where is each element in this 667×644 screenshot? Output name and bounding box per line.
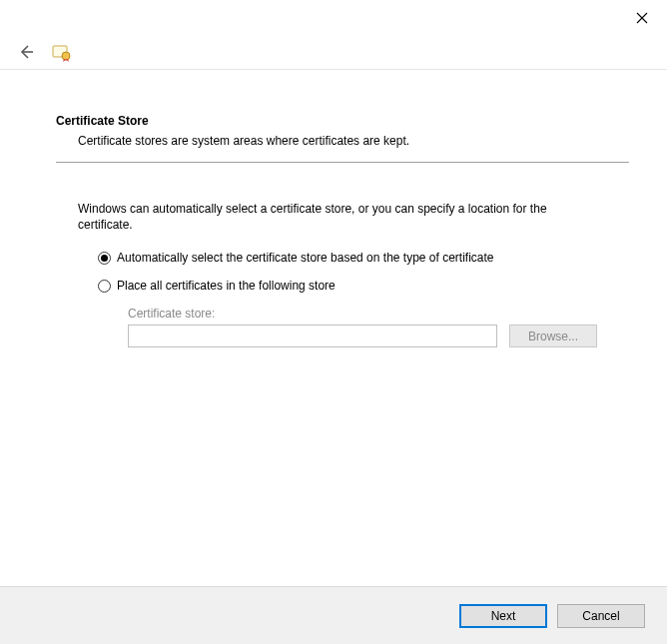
cancel-button[interactable]: Cancel xyxy=(557,604,645,628)
store-selection-radio-group: Automatically select the certificate sto… xyxy=(56,251,629,293)
radio-auto-label: Automatically select the certificate sto… xyxy=(117,251,494,265)
radio-button-icon xyxy=(98,252,111,265)
close-button[interactable] xyxy=(627,6,657,30)
browse-button: Browse... xyxy=(509,324,597,347)
back-button[interactable] xyxy=(14,40,38,64)
intro-text: Windows can automatically select a certi… xyxy=(56,201,595,233)
certificate-store-label: Certificate store: xyxy=(128,307,629,321)
back-arrow-icon xyxy=(17,43,35,61)
radio-auto-select[interactable]: Automatically select the certificate sto… xyxy=(98,251,629,265)
certificate-store-block: Certificate store: Browse... xyxy=(56,307,629,347)
certificate-store-input xyxy=(128,324,497,347)
divider xyxy=(56,162,629,163)
radio-button-icon xyxy=(98,280,111,293)
page-title: Certificate Store xyxy=(56,114,629,128)
radio-manual-select[interactable]: Place all certificates in the following … xyxy=(98,279,629,293)
wizard-content: Certificate Store Certificate stores are… xyxy=(0,70,667,347)
navbar xyxy=(0,34,667,70)
svg-point-4 xyxy=(62,52,70,60)
page-subtitle: Certificate stores are system areas wher… xyxy=(56,134,629,148)
titlebar xyxy=(0,0,667,34)
next-button[interactable]: Next xyxy=(459,604,547,628)
wizard-footer: Next Cancel xyxy=(0,586,667,644)
certificate-wizard-icon xyxy=(50,41,72,63)
close-icon xyxy=(636,12,648,24)
radio-manual-label: Place all certificates in the following … xyxy=(117,279,335,293)
